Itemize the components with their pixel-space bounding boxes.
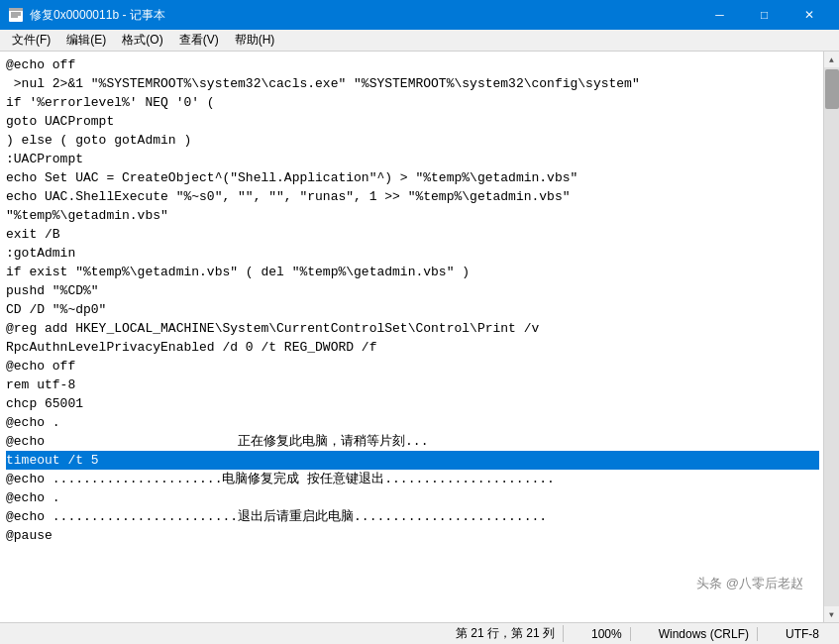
menu-file[interactable]: 文件(F) bbox=[4, 30, 58, 51]
code-line: @echo 正在修复此电脑，请稍等片刻... bbox=[6, 432, 819, 451]
code-line: echo UAC.ShellExecute "%~s0", "", "", "r… bbox=[6, 187, 819, 206]
menu-format[interactable]: 格式(O) bbox=[114, 30, 170, 51]
code-line: :UACPrompt bbox=[6, 150, 819, 168]
menu-edit[interactable]: 编辑(E) bbox=[58, 30, 114, 51]
code-line: goto UACPrompt bbox=[6, 112, 819, 131]
menu-help[interactable]: 帮助(H) bbox=[227, 30, 283, 51]
code-line: exit /B bbox=[6, 225, 819, 244]
svg-rect-1 bbox=[9, 8, 23, 11]
menu-bar: 文件(F) 编辑(E) 格式(O) 查看(V) 帮助(H) bbox=[0, 30, 839, 52]
content-wrapper: @echo off >nul 2>&1 "%SYSTEMROOT%\system… bbox=[0, 52, 839, 622]
status-line-ending: Windows (CRLF) bbox=[651, 627, 758, 641]
app-icon bbox=[8, 7, 24, 23]
code-line: RpcAuthnLevelPrivacyEnabled /d 0 /t REG_… bbox=[6, 338, 819, 357]
code-line: @echo . bbox=[6, 488, 819, 507]
window-title: 修复0x0000011b - 记事本 bbox=[30, 7, 697, 24]
code-line: @pause bbox=[6, 526, 819, 545]
scrollbar-thumb[interactable] bbox=[825, 69, 839, 109]
code-line: @echo off bbox=[6, 357, 819, 376]
maximize-button[interactable]: □ bbox=[742, 0, 787, 30]
title-bar: 修复0x0000011b - 记事本 ─ □ ✕ bbox=[0, 0, 839, 30]
watermark: 头条 @八零后老赵 bbox=[696, 575, 803, 592]
code-line: chcp 65001 bbox=[6, 394, 819, 413]
code-line: "%temp%\getadmin.vbs" bbox=[6, 206, 819, 225]
code-line: ) else ( goto gotAdmin ) bbox=[6, 131, 819, 150]
code-line: @echo . bbox=[6, 413, 819, 432]
code-line: @echo ......................电脑修复完成 按任意键退… bbox=[6, 470, 819, 488]
scroll-down-arrow[interactable]: ▼ bbox=[824, 606, 840, 622]
code-line: CD /D "%~dp0" bbox=[6, 300, 819, 319]
status-zoom: 100% bbox=[583, 627, 631, 641]
status-bar: 第 21 行，第 21 列 100% Windows (CRLF) UTF-8 bbox=[0, 622, 839, 644]
code-line: if exist "%temp%\getadmin.vbs" ( del "%t… bbox=[6, 263, 819, 281]
code-line: timeout /t 5 bbox=[6, 451, 819, 470]
code-content: @echo off >nul 2>&1 "%SYSTEMROOT%\system… bbox=[6, 55, 819, 545]
window-controls: ─ □ ✕ bbox=[697, 0, 831, 30]
code-line: pushd "%CD%" bbox=[6, 281, 819, 300]
code-line: if '%errorlevel%' NEQ '0' ( bbox=[6, 93, 819, 112]
status-position: 第 21 行，第 21 列 bbox=[448, 625, 564, 642]
status-encoding: UTF-8 bbox=[778, 627, 827, 641]
minimize-button[interactable]: ─ bbox=[697, 0, 742, 30]
close-button[interactable]: ✕ bbox=[787, 0, 831, 30]
scrollbar-track[interactable] bbox=[824, 67, 839, 606]
code-line: rem utf-8 bbox=[6, 376, 819, 394]
code-line: :gotAdmin bbox=[6, 244, 819, 263]
scrollbar[interactable]: ▲ ▼ bbox=[823, 52, 839, 622]
code-line: @reg add HKEY_LOCAL_MACHINE\System\Curre… bbox=[6, 319, 819, 338]
code-line: echo Set UAC = CreateObject^("Shell.Appl… bbox=[6, 168, 819, 187]
code-line: >nul 2>&1 "%SYSTEMROOT%\system32\cacls.e… bbox=[6, 74, 819, 93]
menu-view[interactable]: 查看(V) bbox=[171, 30, 227, 51]
code-line: @echo off bbox=[6, 55, 819, 74]
code-line: @echo ........................退出后请重启此电脑.… bbox=[6, 507, 819, 526]
editor-area[interactable]: @echo off >nul 2>&1 "%SYSTEMROOT%\system… bbox=[0, 52, 823, 622]
scroll-up-arrow[interactable]: ▲ bbox=[824, 52, 840, 67]
